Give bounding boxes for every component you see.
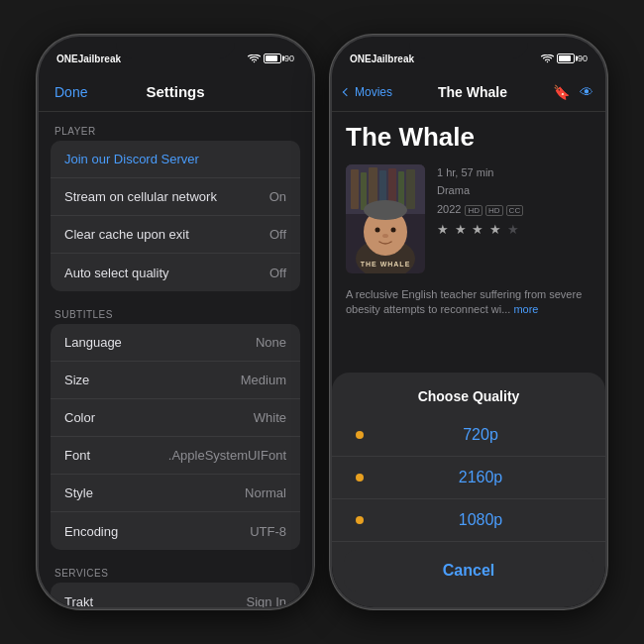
clear-cache-value: Off bbox=[269, 227, 286, 242]
stream-cellular-value: On bbox=[269, 189, 286, 204]
movie-poster: THE WHALE bbox=[346, 164, 425, 273]
movie-details-row: THE WHALE 1 hr, 57 min Drama 2022 HD HD … bbox=[332, 159, 605, 279]
quality-720p-row[interactable]: 720p bbox=[332, 414, 605, 457]
svg-rect-2 bbox=[351, 169, 359, 209]
eye-icon[interactable]: 👁 bbox=[580, 84, 593, 100]
player-section-header: PLAYER bbox=[39, 112, 312, 141]
battery-icon-2 bbox=[557, 54, 575, 63]
movie-info: 1 hr, 57 min Drama 2022 HD HD CC ★ ★ ★ bbox=[437, 164, 591, 273]
quality-dot-1080 bbox=[356, 516, 364, 524]
badge-hd: HD bbox=[465, 205, 483, 216]
movie-nav: Movies The Whale 🔖 👁 bbox=[332, 72, 605, 112]
font-label: Font bbox=[64, 448, 90, 463]
encoding-value: UTF-8 bbox=[250, 524, 286, 539]
quality-overlay: Choose Quality 720p 2160p 1080p Cancel bbox=[332, 373, 605, 607]
more-link[interactable]: more bbox=[513, 303, 538, 315]
quality-1080p-row[interactable]: 1080p bbox=[332, 499, 605, 542]
color-value: White bbox=[254, 410, 286, 425]
auto-quality-row[interactable]: Auto select quality Off bbox=[51, 254, 300, 291]
subtitles-group: Language None Size Medium Color White Fo… bbox=[51, 324, 300, 550]
movie-nav-title: The Whale bbox=[438, 84, 507, 100]
movie-title-area: The Whale bbox=[332, 112, 605, 159]
settings-screen: Done Settings PLAYER Join our Discord Se… bbox=[39, 72, 312, 607]
movie-screen: Movies The Whale 🔖 👁 The Whale bbox=[332, 72, 605, 607]
services-section-header: SERVICES bbox=[39, 554, 312, 583]
back-chevron-icon bbox=[343, 87, 351, 95]
phone-settings: ONEJailbreak 90 Done Settings bbox=[37, 35, 314, 609]
style-value: Normal bbox=[245, 485, 286, 500]
language-label: Language bbox=[64, 335, 122, 350]
app-name-2: ONEJailbreak bbox=[350, 54, 414, 64]
quality-1080p-label: 1080p bbox=[379, 511, 582, 529]
battery-icon-1 bbox=[264, 54, 281, 63]
badge-cc: CC bbox=[506, 205, 524, 216]
trakt-row[interactable]: Trakt Sign In bbox=[51, 583, 300, 607]
services-group: Trakt Sign In bbox=[51, 583, 300, 607]
size-value: Medium bbox=[241, 373, 286, 387]
battery-pct-2: 90 bbox=[578, 54, 588, 63]
app-name-1: ONEJailbreak bbox=[56, 54, 121, 64]
encoding-row[interactable]: Encoding UTF-8 bbox=[51, 512, 300, 550]
notch-2 bbox=[409, 37, 528, 58]
phone-movie: ONEJailbreak 90 Movies bbox=[330, 35, 607, 609]
auto-quality-value: Off bbox=[269, 266, 286, 280]
movie-badges: HD HD CC bbox=[465, 205, 523, 216]
notch bbox=[116, 37, 235, 58]
wifi-icon-1 bbox=[248, 54, 261, 63]
player-group: Join our Discord Server Stream on cellul… bbox=[51, 141, 300, 291]
svg-point-14 bbox=[382, 234, 388, 238]
quality-title: Choose Quality bbox=[332, 388, 605, 404]
style-row[interactable]: Style Normal bbox=[51, 475, 300, 512]
svg-point-13 bbox=[391, 228, 396, 233]
font-row[interactable]: Font .AppleSystemUIFont bbox=[51, 437, 300, 475]
back-button[interactable]: Movies bbox=[344, 85, 392, 99]
bookmark-icon[interactable]: 🔖 bbox=[553, 84, 570, 100]
status-icons-1: 90 bbox=[248, 54, 294, 63]
svg-rect-3 bbox=[361, 172, 367, 210]
auto-quality-label: Auto select quality bbox=[64, 266, 169, 280]
poster-svg bbox=[346, 164, 425, 273]
back-label: Movies bbox=[355, 85, 392, 99]
font-value: .AppleSystemUIFont bbox=[168, 448, 286, 463]
subtitles-section-header: SUBTITLES bbox=[39, 295, 312, 324]
movie-title: The Whale bbox=[346, 122, 591, 153]
movie-year: 2022 bbox=[437, 201, 461, 219]
wifi-icon-2 bbox=[541, 54, 554, 63]
quality-2160p-label: 2160p bbox=[379, 469, 582, 486]
badge-4k: HD bbox=[485, 205, 503, 216]
settings-title: Settings bbox=[146, 83, 204, 100]
stream-cellular-label: Stream on cellular network bbox=[64, 189, 217, 204]
svg-point-11 bbox=[364, 200, 407, 220]
clear-cache-label: Clear cache upon exit bbox=[64, 227, 189, 242]
quality-720p-label: 720p bbox=[379, 426, 582, 444]
movie-description: A reclusive English teacher suffering fr… bbox=[332, 279, 605, 326]
nav-action-icons: 🔖 👁 bbox=[553, 84, 593, 100]
size-row[interactable]: Size Medium bbox=[51, 362, 300, 399]
poster-label: THE WHALE bbox=[346, 261, 425, 268]
discord-label: Join our Discord Server bbox=[64, 152, 199, 166]
language-value: None bbox=[256, 335, 286, 350]
trakt-value: Sign In bbox=[247, 594, 286, 608]
trakt-label: Trakt bbox=[64, 594, 93, 608]
movie-genre: Drama bbox=[437, 182, 591, 200]
clear-cache-row[interactable]: Clear cache upon exit Off bbox=[51, 216, 300, 254]
movie-stars: ★ ★ ★ ★ ★ bbox=[437, 222, 591, 237]
color-row[interactable]: Color White bbox=[51, 399, 300, 437]
settings-content: PLAYER Join our Discord Server Stream on… bbox=[39, 112, 312, 607]
cancel-button[interactable]: Cancel bbox=[344, 550, 593, 591]
quality-2160p-row[interactable]: 2160p bbox=[332, 457, 605, 499]
status-icons-2: 90 bbox=[541, 54, 588, 63]
done-button[interactable]: Done bbox=[54, 84, 87, 100]
settings-nav: Done Settings bbox=[39, 72, 312, 112]
battery-pct-1: 90 bbox=[284, 54, 294, 63]
stream-cellular-row[interactable]: Stream on cellular network On bbox=[51, 178, 300, 216]
svg-rect-8 bbox=[406, 169, 415, 209]
quality-dot-2160 bbox=[356, 474, 364, 482]
encoding-label: Encoding bbox=[64, 524, 118, 539]
size-label: Size bbox=[64, 373, 89, 387]
color-label: Color bbox=[64, 410, 95, 425]
movie-duration: 1 hr, 57 min bbox=[437, 164, 591, 182]
language-row[interactable]: Language None bbox=[51, 324, 300, 362]
discord-row[interactable]: Join our Discord Server bbox=[51, 141, 300, 178]
svg-point-12 bbox=[376, 228, 380, 233]
